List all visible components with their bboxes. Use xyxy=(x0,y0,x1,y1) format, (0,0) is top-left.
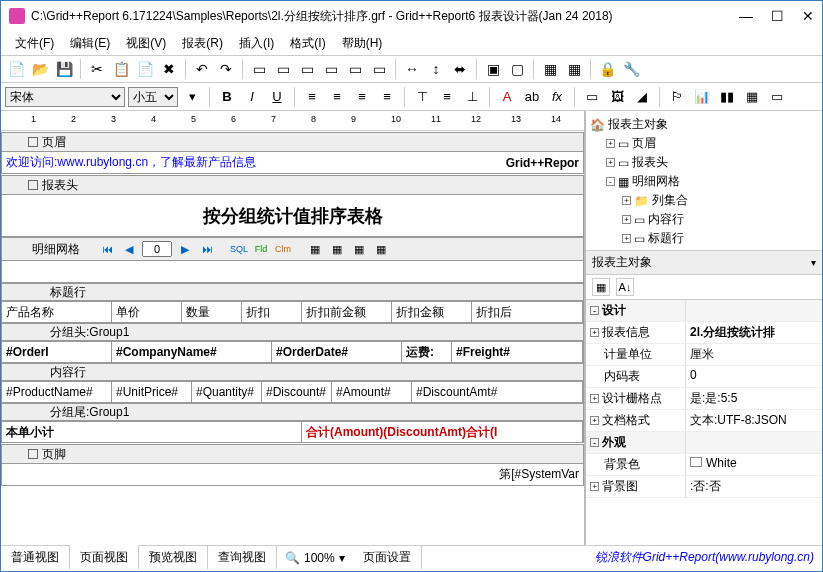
tab-preview[interactable]: 预览视图 xyxy=(139,546,208,569)
shape-icon[interactable]: ◢ xyxy=(631,86,653,108)
nav-last-icon[interactable]: ⏭ xyxy=(198,240,216,258)
prop-az-icon[interactable]: A↓ xyxy=(616,278,634,296)
chart-icon[interactable]: 📊 xyxy=(691,86,713,108)
expand-icon[interactable]: + xyxy=(622,196,631,205)
same-size-icon[interactable]: ⬌ xyxy=(449,58,471,80)
snap-icon[interactable]: ▦ xyxy=(563,58,585,80)
lock-icon[interactable]: 🔒 xyxy=(596,58,618,80)
align-right-icon[interactable]: ▭ xyxy=(296,58,318,80)
expand-icon[interactable]: + xyxy=(606,158,615,167)
expand-icon[interactable]: + xyxy=(622,234,631,243)
cut-icon[interactable]: ✂ xyxy=(86,58,108,80)
section-page-header[interactable]: 页眉 xyxy=(1,132,584,152)
redo-icon[interactable]: ↷ xyxy=(215,58,237,80)
sql-icon[interactable]: SQL xyxy=(230,240,248,258)
section-report-header[interactable]: 报表头 xyxy=(1,175,584,195)
text-right-icon[interactable]: ≡ xyxy=(351,86,373,108)
nav-prev-icon[interactable]: ◀ xyxy=(120,240,138,258)
collapse-icon[interactable]: - xyxy=(606,177,615,186)
menu-help[interactable]: 帮助(H) xyxy=(336,33,389,54)
menu-report[interactable]: 报表(R) xyxy=(176,33,229,54)
text-justify-icon[interactable]: ≡ xyxy=(376,86,398,108)
new-icon[interactable]: 📄 xyxy=(5,58,27,80)
undo-icon[interactable]: ↶ xyxy=(191,58,213,80)
label-button[interactable]: ab xyxy=(521,86,543,108)
bring-front-icon[interactable]: ▣ xyxy=(482,58,504,80)
valign-mid-icon[interactable]: ≡ xyxy=(436,86,458,108)
menu-view[interactable]: 视图(V) xyxy=(120,33,172,54)
delete-icon[interactable]: ✖ xyxy=(158,58,180,80)
prop-cat-icon[interactable]: ▦ xyxy=(592,278,610,296)
table-icon[interactable]: ▦ xyxy=(741,86,763,108)
grid2-icon[interactable]: ▦ xyxy=(328,240,346,258)
align-middle-icon[interactable]: ▭ xyxy=(344,58,366,80)
grid-icon[interactable]: ▦ xyxy=(539,58,561,80)
formula-button[interactable]: fx xyxy=(546,86,568,108)
fld-icon[interactable]: Fld xyxy=(252,240,270,258)
clm-icon[interactable]: Clm xyxy=(274,240,292,258)
send-back-icon[interactable]: ▢ xyxy=(506,58,528,80)
bold-button[interactable]: B xyxy=(216,86,238,108)
grid4-icon[interactable]: ▦ xyxy=(372,240,390,258)
underline-button[interactable]: U xyxy=(266,86,288,108)
flag-icon[interactable]: 🏳 xyxy=(666,86,688,108)
section-group-footer[interactable]: 分组尾:Group1 xyxy=(1,403,584,421)
nav-index-input[interactable] xyxy=(142,241,172,257)
text-center-icon[interactable]: ≡ xyxy=(326,86,348,108)
section-page-footer[interactable]: 页脚 xyxy=(1,444,584,464)
nav-first-icon[interactable]: ⏮ xyxy=(98,240,116,258)
window-title: C:\Grid++Report 6.171224\Samples\Reports… xyxy=(31,8,739,25)
align-bottom-icon[interactable]: ▭ xyxy=(368,58,390,80)
close-button[interactable]: ✕ xyxy=(802,8,814,24)
same-width-icon[interactable]: ↔ xyxy=(401,58,423,80)
nav-next-icon[interactable]: ▶ xyxy=(176,240,194,258)
maximize-button[interactable]: ☐ xyxy=(771,8,784,24)
menu-edit[interactable]: 编辑(E) xyxy=(64,33,116,54)
grid1-icon[interactable]: ▦ xyxy=(306,240,324,258)
zoom-value: 100% xyxy=(304,551,335,565)
minimize-button[interactable]: — xyxy=(739,8,753,24)
barcode-icon[interactable]: ▮▮ xyxy=(716,86,738,108)
size-dn-icon[interactable]: ▾ xyxy=(181,86,203,108)
zoom-dd-icon[interactable]: ▾ xyxy=(339,551,345,565)
section-content-row[interactable]: 内容行 xyxy=(1,363,584,381)
field-icon[interactable]: ▭ xyxy=(581,86,603,108)
paste-icon[interactable]: 📄 xyxy=(134,58,156,80)
grid3-icon[interactable]: ▦ xyxy=(350,240,368,258)
text-left-icon[interactable]: ≡ xyxy=(301,86,323,108)
menu-format[interactable]: 格式(I) xyxy=(284,33,331,54)
page-setup-button[interactable]: 页面设置 xyxy=(353,546,422,569)
column-headers: 产品名称 单价 数量 折扣 折扣前金额 折扣金额 折扣后 xyxy=(1,301,584,323)
subreport-icon[interactable]: ▭ xyxy=(766,86,788,108)
section-title-row[interactable]: 标题行 xyxy=(1,283,584,301)
dropdown-icon[interactable]: ▾ xyxy=(811,257,816,268)
valign-top-icon[interactable]: ⊤ xyxy=(411,86,433,108)
property-grid[interactable]: -设计 +报表信息2l.分组按统计排 计量单位厘米 内码表0 +设计栅格点是:是… xyxy=(586,300,822,545)
menu-insert[interactable]: 插入(I) xyxy=(233,33,280,54)
expand-icon[interactable]: + xyxy=(606,139,615,148)
footer-link[interactable]: 锐浪软件Grid++Report(www.rubylong.cn) xyxy=(595,549,822,566)
object-tree[interactable]: 🏠报表主对象 +▭页眉 +▭报表头 -▦明细网格 +📁列集合 +▭内容行 +▭标… xyxy=(586,111,822,251)
tab-page[interactable]: 页面视图 xyxy=(70,544,139,569)
group-header-row: #OrderI #CompanyName# #OrderDate# 运费: #F… xyxy=(1,341,584,363)
valign-bot-icon[interactable]: ⊥ xyxy=(461,86,483,108)
open-icon[interactable]: 📂 xyxy=(29,58,51,80)
expand-icon[interactable]: + xyxy=(622,215,631,224)
align-left-icon[interactable]: ▭ xyxy=(248,58,270,80)
italic-button[interactable]: I xyxy=(241,86,263,108)
zoom-icon[interactable]: 🔍 xyxy=(285,551,300,565)
menu-file[interactable]: 文件(F) xyxy=(9,33,60,54)
save-icon[interactable]: 💾 xyxy=(53,58,75,80)
size-select[interactable]: 小五 xyxy=(128,87,178,107)
same-height-icon[interactable]: ↕ xyxy=(425,58,447,80)
tab-query[interactable]: 查询视图 xyxy=(208,546,277,569)
image-icon[interactable]: 🖼 xyxy=(606,86,628,108)
tab-normal[interactable]: 普通视图 xyxy=(1,546,70,569)
align-center-icon[interactable]: ▭ xyxy=(272,58,294,80)
copy-icon[interactable]: 📋 xyxy=(110,58,132,80)
align-top-icon[interactable]: ▭ xyxy=(320,58,342,80)
tool-icon[interactable]: 🔧 xyxy=(620,58,642,80)
section-group-header[interactable]: 分组头:Group1 xyxy=(1,323,584,341)
font-select[interactable]: 宋体 xyxy=(5,87,125,107)
textcolor-button[interactable]: A xyxy=(496,86,518,108)
